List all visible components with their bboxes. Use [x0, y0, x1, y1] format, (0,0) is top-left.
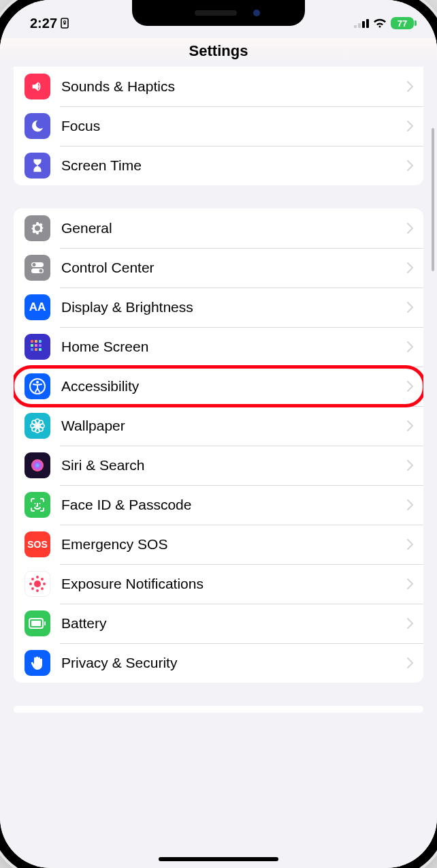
- cell-signal-icon: [354, 18, 369, 28]
- svg-point-7: [33, 263, 36, 266]
- row-control-center[interactable]: Control Center: [14, 248, 423, 288]
- row-wallpaper[interactable]: Wallpaper: [14, 406, 423, 446]
- settings-group-2: General Control Center AA Display & Brig…: [14, 208, 423, 683]
- svg-rect-16: [31, 348, 33, 351]
- svg-point-31: [35, 503, 36, 504]
- row-label: Control Center: [61, 260, 407, 276]
- row-siri-search[interactable]: Siri & Search: [14, 446, 423, 485]
- battery-icon: [25, 610, 50, 636]
- svg-rect-11: [35, 340, 37, 343]
- battery-indicator: 77: [391, 17, 414, 29]
- gear-icon: [25, 215, 50, 241]
- notch: [132, 0, 305, 26]
- chevron-right-icon: [407, 121, 414, 131]
- row-label: Battery: [61, 615, 407, 632]
- svg-rect-43: [31, 621, 41, 626]
- svg-point-9: [39, 269, 43, 273]
- svg-rect-44: [44, 621, 46, 625]
- svg-rect-2: [354, 25, 357, 28]
- row-label: General: [61, 220, 407, 236]
- chevron-right-icon: [407, 578, 414, 589]
- chevron-right-icon: [407, 302, 414, 313]
- settings-group-3-peek: [14, 706, 423, 713]
- svg-rect-3: [358, 23, 361, 28]
- svg-rect-15: [39, 344, 42, 347]
- row-label: Sounds & Haptics: [61, 78, 407, 95]
- chevron-right-icon: [407, 539, 414, 550]
- svg-point-32: [39, 503, 41, 504]
- svg-rect-18: [39, 348, 42, 351]
- sound-icon: [25, 74, 50, 99]
- row-label: Accessibility: [61, 378, 407, 394]
- status-time: 2:27: [30, 16, 57, 31]
- svg-point-38: [32, 578, 33, 580]
- chevron-right-icon: [407, 223, 414, 234]
- exposure-icon: [25, 571, 50, 597]
- row-label: Privacy & Security: [61, 655, 407, 671]
- chevron-right-icon: [407, 341, 414, 352]
- svg-point-34: [37, 576, 38, 578]
- row-label: Display & Brightness: [61, 299, 407, 315]
- chevron-right-icon: [407, 262, 414, 273]
- svg-rect-1: [64, 22, 66, 25]
- svg-point-21: [36, 424, 39, 428]
- svg-rect-4: [362, 21, 365, 28]
- chevron-right-icon: [407, 618, 414, 629]
- row-focus[interactable]: Focus: [14, 106, 423, 146]
- chevron-right-icon: [407, 499, 414, 510]
- svg-point-33: [34, 580, 41, 587]
- row-privacy-security[interactable]: Privacy & Security: [14, 643, 423, 683]
- siri-icon: [25, 452, 50, 478]
- row-label: Siri & Search: [61, 457, 407, 474]
- status-right: 77: [354, 17, 414, 29]
- screen: 2:27 77 Settings Sounds & Haptics: [0, 0, 437, 868]
- svg-point-20: [36, 381, 39, 384]
- chevron-right-icon: [407, 460, 414, 471]
- row-accessibility[interactable]: Accessibility: [14, 367, 423, 406]
- battery-value: 77: [398, 18, 407, 29]
- grid-icon: [25, 334, 50, 360]
- row-label: Home Screen: [61, 339, 407, 355]
- toggles-icon: [25, 255, 50, 281]
- face-icon: [25, 492, 50, 518]
- svg-rect-12: [39, 340, 42, 343]
- flower-icon: [25, 413, 50, 439]
- row-screen-time[interactable]: Screen Time: [14, 146, 423, 185]
- svg-point-41: [42, 588, 43, 589]
- scrollbar[interactable]: [432, 128, 434, 271]
- status-left: 2:27: [30, 16, 69, 31]
- chevron-right-icon: [407, 657, 414, 668]
- row-general[interactable]: General: [14, 208, 423, 248]
- row-label: Face ID & Passcode: [61, 497, 407, 513]
- row-display-brightness[interactable]: AA Display & Brightness: [14, 288, 423, 327]
- home-indicator[interactable]: [159, 857, 278, 861]
- chevron-right-icon: [407, 160, 414, 171]
- device-frame: 2:27 77 Settings Sounds & Haptics: [0, 0, 437, 868]
- row-face-id-passcode[interactable]: Face ID & Passcode: [14, 485, 423, 525]
- page-header: Settings: [0, 38, 437, 68]
- row-label: Screen Time: [61, 157, 407, 174]
- svg-rect-13: [31, 344, 33, 347]
- hand-icon: [25, 650, 50, 676]
- row-label: Emergency SOS: [61, 536, 407, 553]
- sos-icon: SOS: [25, 531, 50, 557]
- settings-group-1: Sounds & Haptics Focus Screen Time: [14, 67, 423, 185]
- svg-rect-14: [35, 344, 37, 347]
- svg-rect-10: [31, 340, 33, 343]
- svg-point-37: [44, 583, 45, 585]
- aa-icon: AA: [25, 294, 50, 320]
- row-exposure-notifications[interactable]: Exposure Notifications: [14, 564, 423, 604]
- chevron-right-icon: [407, 420, 414, 431]
- accessibility-icon: [25, 373, 50, 399]
- svg-point-30: [31, 459, 44, 471]
- row-home-screen[interactable]: Home Screen: [14, 327, 423, 367]
- row-label: Exposure Notifications: [61, 576, 407, 592]
- row-emergency-sos[interactable]: SOS Emergency SOS: [14, 525, 423, 564]
- svg-point-40: [32, 588, 33, 589]
- row-sounds-haptics[interactable]: Sounds & Haptics: [14, 67, 423, 106]
- row-battery[interactable]: Battery: [14, 604, 423, 643]
- hourglass-icon: [25, 153, 50, 179]
- chevron-right-icon: [407, 81, 414, 92]
- svg-point-35: [37, 590, 38, 591]
- settings-content[interactable]: Sounds & Haptics Focus Screen Time: [0, 67, 437, 713]
